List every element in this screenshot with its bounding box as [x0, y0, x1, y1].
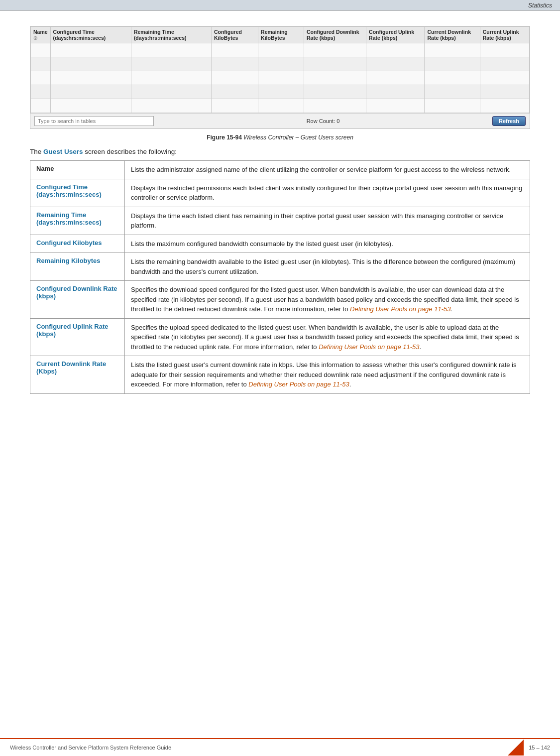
- term-configured-kb: Configured Kilobytes: [30, 235, 125, 253]
- row-count: Row Count: 0: [307, 118, 340, 124]
- term-name: Name: [30, 161, 125, 179]
- footer-page-number: 15 – 142: [529, 745, 550, 751]
- def-remaining-time: Displays the time each listed client has…: [125, 207, 530, 235]
- def-configured-time: Displays the restricted permissions each…: [125, 179, 530, 207]
- table-row: [31, 57, 530, 71]
- def-configured-downlink: Specifies the download speed configured …: [125, 281, 530, 319]
- col-remaining-time: Remaining Time (days:hrs:mins:secs): [131, 27, 211, 43]
- desc-row-configured-downlink: Configured Downlink Rate (kbps) Specifie…: [30, 281, 530, 319]
- col-configured-kb: Configured KiloBytes: [211, 27, 258, 43]
- footer-left-text: Wireless Controller and Service Platform…: [10, 745, 171, 751]
- term-current-downlink: Current Downlink Rate (Kbps): [30, 356, 125, 394]
- col-remaining-kb: Remaining KiloBytes: [258, 27, 304, 43]
- col-configured-uplink: Configured Uplink Rate (kbps): [366, 27, 425, 43]
- figure-caption: Figure 15-94 Wireless Controller – Guest…: [30, 134, 530, 141]
- def-configured-kb: Lists the maximum configured bandwidth c…: [125, 235, 530, 253]
- def-current-downlink: Lists the listed guest user's current do…: [125, 356, 530, 394]
- table-row: [31, 71, 530, 85]
- description-intro: The Guest Users screen describes the fol…: [30, 148, 530, 155]
- desc-row-name: Name Lists the administrator assigned na…: [30, 161, 530, 179]
- table-row: [31, 43, 530, 57]
- table-row: [31, 99, 530, 113]
- refresh-button[interactable]: Refresh: [492, 116, 526, 126]
- guest-users-table: Name☉ Configured Time (days:hrs:mins:sec…: [30, 26, 530, 113]
- term-configured-downlink: Configured Downlink Rate (kbps): [30, 281, 125, 319]
- desc-row-remaining-time: Remaining Time (days:hrs:mins:secs) Disp…: [30, 207, 530, 235]
- main-content: Name☉ Configured Time (days:hrs:mins:sec…: [0, 11, 560, 424]
- desc-row-configured-time: Configured Time (days:hrs:mins:secs) Dis…: [30, 179, 530, 207]
- term-remaining-kb: Remaining Kilobytes: [30, 253, 125, 281]
- search-input[interactable]: [34, 116, 154, 126]
- term-remaining-time: Remaining Time (days:hrs:mins:secs): [30, 207, 125, 235]
- page-footer: Wireless Controller and Service Platform…: [0, 738, 560, 756]
- desc-row-current-downlink: Current Downlink Rate (Kbps) Lists the l…: [30, 356, 530, 394]
- col-current-downlink: Current Downlink Rate (kbps): [425, 27, 480, 43]
- footer-chevron-icon: [508, 740, 524, 756]
- table-row: [31, 85, 530, 99]
- col-name: Name☉: [31, 27, 51, 43]
- table-footer: Row Count: 0 Refresh: [30, 113, 530, 128]
- link-defining-pools-3[interactable]: Defining User Pools on page 11-53: [248, 380, 349, 388]
- desc-row-remaining-kb: Remaining Kilobytes Lists the remaining …: [30, 253, 530, 281]
- col-current-uplink: Current Uplink Rate (kbps): [480, 27, 529, 43]
- header-bar: Statistics: [0, 0, 560, 11]
- term-configured-uplink: Configured Uplink Rate (kbps): [30, 318, 125, 356]
- footer-right: 15 – 142: [508, 740, 550, 756]
- description-table: Name Lists the administrator assigned na…: [30, 160, 530, 394]
- col-configured-time: Configured Time (days:hrs:mins:secs): [50, 27, 131, 43]
- link-defining-pools-2[interactable]: Defining User Pools on page 11-53: [319, 343, 419, 351]
- svg-marker-0: [508, 740, 524, 756]
- link-defining-pools-1[interactable]: Defining User Pools on page 11-53: [350, 305, 450, 313]
- col-configured-downlink: Configured Downlink Rate (kbps): [304, 27, 366, 43]
- def-configured-uplink: Specifies the upload speed dedicated to …: [125, 318, 530, 356]
- header-title: Statistics: [528, 2, 552, 9]
- term-configured-time: Configured Time (days:hrs:mins:secs): [30, 179, 125, 207]
- desc-row-configured-kb: Configured Kilobytes Lists the maximum c…: [30, 235, 530, 253]
- figure-container: Name☉ Configured Time (days:hrs:mins:sec…: [30, 26, 530, 129]
- desc-row-configured-uplink: Configured Uplink Rate (kbps) Specifies …: [30, 318, 530, 356]
- def-name: Lists the administrator assigned name of…: [125, 161, 530, 179]
- def-remaining-kb: Lists the remaining bandwidth available …: [125, 253, 530, 281]
